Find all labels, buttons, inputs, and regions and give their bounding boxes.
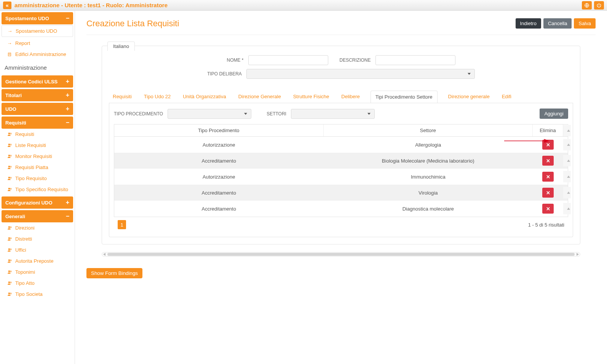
descrizione-input[interactable] bbox=[375, 55, 455, 65]
main-content: Creazione Lista Requisiti Indietro Cance… bbox=[75, 11, 607, 364]
back-button[interactable]: Indietro bbox=[516, 18, 541, 29]
sidebar-header-codici[interactable]: Gestione Codici ULSS + bbox=[2, 75, 73, 88]
sidebar-item-generali-1[interactable]: Distretti bbox=[0, 233, 75, 244]
building-icon bbox=[7, 52, 12, 57]
sidebar-item-requisiti-3[interactable]: Requisiti Piatta bbox=[0, 162, 75, 173]
sidebar-item-generali-3[interactable]: Autorita Preposte bbox=[0, 255, 75, 267]
cancel-button[interactable]: Cancella bbox=[543, 18, 572, 29]
inner-tab-4[interactable]: Strutture Fisiche bbox=[292, 91, 331, 103]
cell-tipo-procedimento: Autorizzazione bbox=[114, 171, 324, 183]
user-icon bbox=[7, 270, 12, 275]
sidebar-item-report[interactable]: → Report bbox=[0, 38, 75, 49]
sidebar-item-label: Tipo Requisito bbox=[15, 176, 47, 181]
sidebar-item-label: Spostamento UDO bbox=[16, 28, 57, 34]
sidebar-header-label: Spostamento UDO bbox=[5, 16, 49, 21]
sidebar-item-label: Monitor Requisiti bbox=[15, 153, 52, 159]
language-tab[interactable]: Italiano bbox=[107, 42, 135, 51]
svg-point-11 bbox=[10, 155, 11, 156]
scroll-thumb[interactable] bbox=[107, 253, 575, 256]
inner-tab-7[interactable]: Direzione generale bbox=[447, 91, 491, 103]
sidebar-item-generali-0[interactable]: Direzioni bbox=[0, 222, 75, 233]
cell-settore: Biologia Molecolare (Medicina laboratori… bbox=[324, 155, 533, 167]
svg-point-8 bbox=[8, 144, 10, 145]
delete-row-button[interactable]: ✕ bbox=[542, 156, 554, 166]
table-scroll-up[interactable] bbox=[563, 125, 571, 136]
show-form-bindings-button[interactable]: Show Form Bindings bbox=[86, 268, 142, 278]
user-icon bbox=[7, 259, 12, 263]
cell-settore: Virologia bbox=[324, 187, 533, 199]
globe-button[interactable] bbox=[582, 1, 592, 10]
svg-rect-5 bbox=[10, 54, 11, 55]
user-icon bbox=[7, 143, 12, 148]
sidebar-header-configurazioni[interactable]: Configurazioni UDO + bbox=[2, 196, 73, 209]
sidebar-header-udo[interactable]: UDO + bbox=[2, 103, 73, 115]
delete-row-button[interactable]: ✕ bbox=[542, 188, 554, 198]
sidebar-item-generali-4[interactable]: Toponimi bbox=[0, 267, 75, 278]
sidebar-item-generali-6[interactable]: Tipo Societa bbox=[0, 289, 75, 300]
th-settore: Settore bbox=[324, 125, 533, 136]
th-elimina: Elimina bbox=[533, 125, 563, 136]
inner-tab-5[interactable]: Delibere bbox=[340, 91, 361, 103]
svg-point-26 bbox=[8, 270, 10, 272]
inner-tab-6[interactable]: Tipi Procedimento Settore bbox=[371, 91, 438, 103]
aggiungi-button[interactable]: Aggiungi bbox=[540, 109, 568, 119]
tipo-delibera-select[interactable] bbox=[246, 69, 475, 79]
svg-point-21 bbox=[10, 238, 11, 239]
scroll-right-icon bbox=[577, 253, 579, 256]
inner-tab-2[interactable]: Unità Organizzativa bbox=[181, 91, 227, 103]
sidebar-item-edifici[interactable]: Edifici Amministrazione bbox=[0, 49, 75, 60]
sidebar-item-label: Liste Requisiti bbox=[15, 142, 46, 148]
collapse-icon: − bbox=[66, 213, 69, 220]
tipo-procedimento-select[interactable] bbox=[168, 109, 251, 119]
svg-point-27 bbox=[10, 271, 11, 272]
sidebar-item-requisiti-2[interactable]: Monitor Requisiti bbox=[0, 151, 75, 162]
page-number-button[interactable]: 1 bbox=[118, 220, 126, 229]
svg-point-14 bbox=[8, 177, 10, 178]
sidebar-header-titolari[interactable]: Titolari + bbox=[2, 89, 73, 101]
sidebar-item-requisiti-0[interactable]: Requisiti bbox=[0, 129, 75, 140]
user-icon bbox=[7, 225, 12, 230]
cell-settore: Immunochimica bbox=[324, 171, 533, 183]
svg-point-19 bbox=[10, 227, 11, 228]
cell-tipo-procedimento: Accreditamento bbox=[114, 155, 324, 167]
sidebar-header-requisiti[interactable]: Requisiti − bbox=[2, 117, 73, 129]
power-button[interactable] bbox=[594, 1, 604, 10]
svg-point-18 bbox=[8, 226, 10, 228]
expand-icon: + bbox=[66, 105, 69, 112]
cell-settore: Diagnostica molecolare bbox=[324, 203, 533, 215]
svg-rect-2 bbox=[9, 53, 10, 54]
svg-point-31 bbox=[10, 293, 11, 294]
inner-tab-0[interactable]: Requisiti bbox=[111, 91, 133, 103]
arrow-right-icon: → bbox=[7, 28, 13, 34]
sidebar-item-generali-2[interactable]: Uffici bbox=[0, 244, 75, 255]
sidebar-item-requisiti-4[interactable]: Tipo Requisito bbox=[0, 173, 75, 184]
inner-tab-1[interactable]: Tipo Udo 22 bbox=[142, 91, 172, 103]
sidebar-header-spostamento[interactable]: Spostamento UDO − bbox=[2, 12, 73, 24]
sidebar-item-label: Report bbox=[15, 40, 30, 46]
nome-input[interactable] bbox=[248, 55, 328, 65]
delete-row-button[interactable]: ✕ bbox=[542, 172, 554, 182]
sidebar-item-label: Tipo Specifico Requisito bbox=[15, 187, 68, 192]
save-button[interactable]: Salva bbox=[574, 18, 596, 29]
inner-tab-8[interactable]: Edifi bbox=[500, 91, 513, 103]
expand-icon: + bbox=[66, 199, 69, 206]
svg-point-30 bbox=[8, 292, 10, 294]
inner-tab-3[interactable]: Direzione Generale bbox=[237, 91, 283, 103]
sidebar-item-spostamento-udo[interactable]: → Spostamento UDO bbox=[2, 25, 73, 37]
horizontal-scrollbar[interactable] bbox=[102, 252, 580, 257]
sidebar-item-requisiti-5[interactable]: Tipo Specifico Requisito bbox=[0, 184, 75, 195]
svg-point-29 bbox=[10, 282, 11, 283]
sidebar-header-label: Gestione Codici ULSS bbox=[5, 79, 58, 85]
sidebar-collapse-button[interactable]: « bbox=[3, 2, 11, 9]
delete-row-button[interactable]: ✕ bbox=[542, 204, 554, 214]
sidebar-item-generali-5[interactable]: Tipo Atto bbox=[0, 278, 75, 289]
svg-point-6 bbox=[8, 133, 10, 134]
collapse-icon: − bbox=[66, 15, 69, 22]
settori-select[interactable] bbox=[291, 109, 375, 119]
user-icon bbox=[7, 132, 12, 137]
delete-row-button[interactable]: ✕ bbox=[542, 140, 554, 150]
sidebar-header-generali[interactable]: Generali − bbox=[2, 210, 73, 222]
sidebar-header-label: Requisiti bbox=[5, 120, 26, 126]
sidebar-item-requisiti-1[interactable]: Liste Requisiti bbox=[0, 140, 75, 151]
user-icon bbox=[7, 292, 12, 297]
